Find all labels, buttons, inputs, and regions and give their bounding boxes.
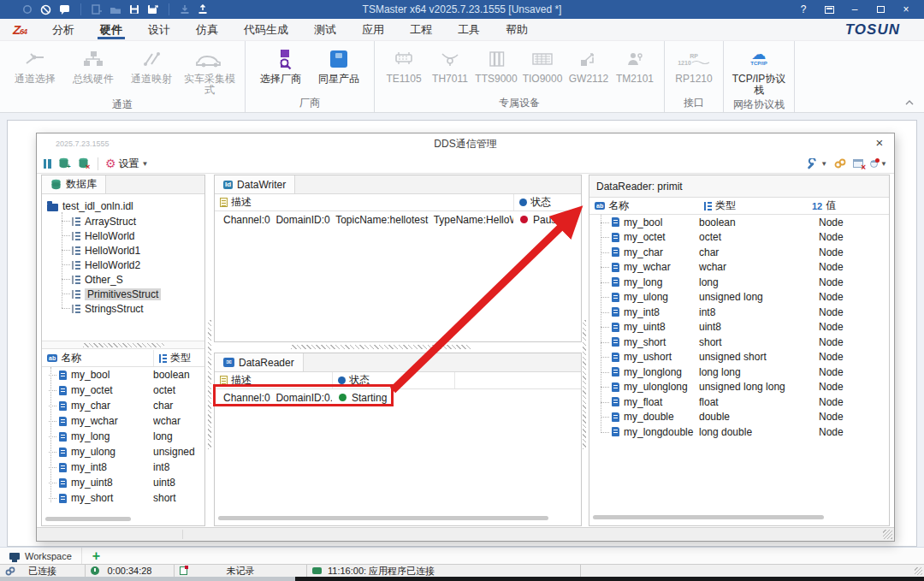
pause-button[interactable] [44, 159, 51, 169]
import-icon[interactable] [180, 4, 190, 15]
field-row[interactable]: my_shortshort [42, 490, 204, 506]
menu-tab-hardware[interactable]: 硬件 [87, 19, 135, 40]
disconnect-icon[interactable] [40, 4, 51, 15]
horizontal-scrollbar[interactable] [593, 515, 886, 521]
value-row[interactable]: my_charcharNode [589, 245, 889, 260]
device-gw2112-button[interactable]: GW2112 [566, 46, 611, 94]
resize-grip[interactable] [883, 530, 892, 539]
value-row[interactable]: my_longlongNode [589, 275, 889, 290]
tab-database[interactable]: 数据库 [42, 175, 106, 193]
device-tts9000-button[interactable]: TTS9000 [474, 46, 518, 94]
save-icon[interactable] [129, 4, 139, 15]
field-row[interactable]: my_boolboolean [42, 367, 204, 382]
column-header-value[interactable]: 12值 [807, 198, 889, 214]
horizontal-scrollbar[interactable] [45, 517, 201, 523]
tree-root-item[interactable]: test_idl_onln.idl [47, 199, 204, 214]
tree-item-primitivesstruct[interactable]: PrimitivesStruct [58, 287, 204, 301]
value-row[interactable]: my_shortshortNode [589, 335, 889, 350]
field-row[interactable]: my_octetoctet [42, 382, 204, 398]
export-icon[interactable] [198, 4, 208, 15]
value-row[interactable]: my_doubledoubleNode [589, 410, 889, 425]
field-row[interactable]: my_charchar [42, 398, 204, 413]
value-row[interactable]: my_uint8uint8Node [589, 320, 889, 335]
column-header-desc[interactable]: 描述 [215, 194, 513, 210]
bus-hardware-button[interactable]: 总线硬件 [65, 46, 121, 96]
tree-item-helloworld2[interactable]: HelloWorld2 [58, 258, 204, 272]
vendor-select-button[interactable]: 选择厂商 [252, 46, 309, 94]
help-button[interactable]: ? [792, 2, 814, 17]
workspace-tab[interactable]: Workspace [0, 548, 82, 564]
tree-item-helloworld1[interactable]: HelloWorld1 [58, 243, 204, 258]
device-tm2101-button[interactable]: TM2101 [613, 46, 657, 94]
channel-select-button[interactable]: 通道选择 [7, 46, 63, 96]
column-header-type[interactable]: 类型 [699, 198, 807, 214]
new-file-icon[interactable] [92, 4, 102, 15]
menu-tab-test[interactable]: 测试 [301, 19, 349, 40]
save-as-icon[interactable] [147, 4, 158, 15]
tab-datawriter[interactable]: Id DataWriter [215, 175, 295, 193]
vertical-splitter[interactable] [205, 175, 214, 526]
horizontal-scrollbar[interactable] [218, 516, 578, 522]
field-row[interactable]: my_uint8uint8 [42, 475, 204, 490]
ribbon-collapse-icon[interactable] [905, 98, 914, 107]
add-database-button[interactable]: + [58, 157, 71, 169]
minimize-button[interactable]: – [844, 2, 866, 17]
dialog-close-button[interactable]: × [872, 135, 887, 150]
value-row[interactable]: my_octetoctetNode [589, 230, 889, 246]
tree-item-helloworld[interactable]: HelloWorld [58, 228, 204, 243]
field-row[interactable]: my_ulongunsigned [42, 444, 204, 459]
add-workspace-button[interactable]: + [82, 548, 110, 564]
vehicle-capture-button[interactable]: 实车采集模式 [181, 46, 238, 96]
tcpip-stack-button[interactable]: ☁TCP/IP TCP/IP协议栈 [731, 46, 787, 96]
rp1210-button[interactable]: RP1210 RP1210 [672, 46, 716, 94]
menu-tab-help[interactable]: 帮助 [493, 19, 541, 40]
vertical-splitter[interactable] [580, 175, 589, 526]
value-row[interactable]: my_floatfloatNode [589, 394, 889, 410]
value-row[interactable]: my_boolbooleanNode [589, 215, 889, 230]
value-row[interactable]: my_int8int8Node [589, 305, 889, 320]
menu-tab-project[interactable]: 工程 [397, 19, 445, 40]
chat-icon[interactable] [59, 4, 70, 15]
horizontal-splitter[interactable] [42, 341, 204, 349]
device-te1105-button[interactable]: TE1105 [382, 46, 426, 94]
value-row[interactable]: my_wcharwcharNode [589, 260, 889, 276]
device-th7011-button[interactable]: TH7011 [428, 46, 472, 94]
menu-tab-codegen[interactable]: 代码生成 [231, 19, 301, 40]
device-tio9000-button[interactable]: TIO9000 [520, 46, 565, 94]
column-header-name[interactable]: ab名称 [42, 350, 153, 366]
value-row[interactable]: my_ushortunsigned shortNode [589, 350, 889, 365]
open-folder-icon[interactable] [110, 5, 121, 15]
panel-toggle-button[interactable] [818, 2, 840, 17]
value-row[interactable]: my_longdoublelong doubleNode [589, 424, 889, 440]
menu-tab-design[interactable]: 设计 [135, 19, 183, 40]
field-row[interactable]: my_wcharwchar [42, 413, 204, 429]
tosun-products-button[interactable]: 同星产品 [311, 46, 367, 94]
column-header-name[interactable]: ab名称 [589, 198, 699, 214]
tree-item-other-s[interactable]: Other_S [58, 272, 204, 287]
tree-item-stringsstruct[interactable]: StringsStruct [58, 301, 204, 316]
horizontal-splitter[interactable] [214, 342, 582, 353]
channel-mapping-button[interactable]: 通道映射 [123, 46, 180, 96]
menu-tab-application[interactable]: 应用 [349, 19, 397, 40]
maximize-button[interactable] [869, 2, 891, 17]
value-row[interactable]: my_longlonglong longNode [589, 365, 889, 380]
column-header-status[interactable]: 状态 [513, 194, 581, 210]
field-row[interactable]: my_longlong [42, 429, 204, 444]
window-options-dropdown[interactable]: ▼ [870, 160, 887, 168]
datawriter-row[interactable]: Channel:0 DomainID:0 TopicName:hellotest… [215, 211, 581, 228]
remove-database-button[interactable]: × [78, 157, 91, 169]
menu-tab-simulation[interactable]: 仿真 [183, 19, 231, 40]
menu-tab-analysis[interactable]: 分析 [39, 19, 87, 40]
close-window-button[interactable] [853, 159, 863, 168]
tab-datareader[interactable]: ✉ DataReader [215, 353, 304, 371]
menu-tab-tools[interactable]: 工具 [445, 19, 493, 40]
sync-icon[interactable] [22, 4, 33, 15]
value-row[interactable]: my_ulongunsigned longNode [589, 290, 889, 305]
link-button[interactable] [834, 158, 846, 169]
tree-item-arraystruct[interactable]: ArrayStruct [58, 214, 204, 228]
value-row[interactable]: my_ulonglongunsigned long longNode [589, 380, 889, 395]
close-button[interactable]: × [895, 2, 917, 17]
tools-dropdown[interactable]: ▼ [807, 158, 827, 169]
field-row[interactable]: my_int8int8 [42, 459, 204, 475]
settings-dropdown[interactable]: ⚙ 设置 ▼ [105, 157, 148, 171]
